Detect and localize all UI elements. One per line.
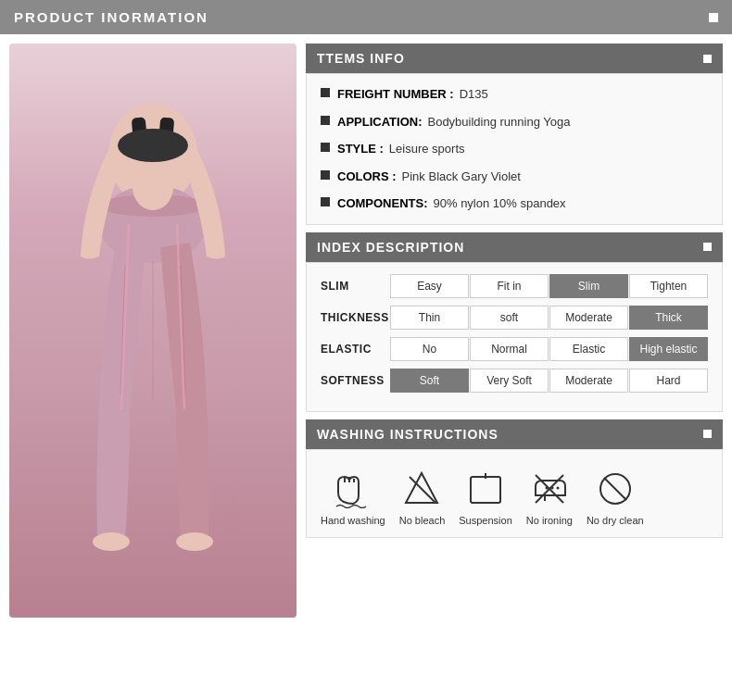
style-label: STYLE : — [337, 140, 384, 158]
noironing-icon — [530, 469, 569, 508]
washing-icons-row: Hand washing No bleach — [321, 469, 708, 526]
suspension-label: Suspension — [459, 515, 512, 526]
info-row-application: APPLICATION: Bodybuilding running Yoga — [321, 113, 708, 131]
thickness-cell-thick: Thick — [629, 306, 708, 330]
washing-item-handwash: Hand washing — [321, 469, 385, 526]
svg-line-25 — [604, 478, 626, 500]
washing-item-suspension: Suspension — [459, 469, 512, 526]
elastic-row: ELASTIC No Normal Elastic High elastic — [321, 337, 708, 361]
washing-item-nodryclean: No dry clean — [587, 469, 644, 526]
slim-cell-tighten: Tighten — [629, 274, 708, 298]
svg-point-11 — [133, 164, 173, 210]
elastic-cell-elastic: Elastic — [549, 337, 628, 361]
nodryclean-icon — [596, 469, 635, 508]
elastic-cell-no: No — [390, 337, 469, 361]
thickness-cells: Thin soft Moderate Thick — [390, 306, 708, 330]
softness-row: SOFTNESS Soft Very Soft Moderate Hard — [321, 369, 708, 393]
slim-cells: Easy Fit in Slim Tighten — [390, 274, 708, 298]
bullet-icon — [321, 116, 330, 125]
nodryclean-icon-wrap — [594, 469, 636, 510]
thickness-label: THICKNESS — [321, 311, 390, 324]
bullet-icon — [321, 197, 330, 206]
components-value: 90% nylon 10% spandex — [434, 194, 566, 213]
noironing-label: No ironing — [526, 515, 573, 526]
washing-header-square — [703, 430, 712, 438]
index-desc-body: SLIM Easy Fit in Slim Tighten THICKNESS … — [306, 262, 723, 412]
left-panel — [9, 44, 297, 618]
info-row-colors: COLORS : Pink Black Gary Violet — [321, 168, 708, 186]
noironing-icon-wrap — [528, 469, 570, 510]
product-image — [9, 44, 297, 618]
index-header-square — [703, 243, 712, 251]
suspension-icon-wrap — [465, 469, 507, 510]
bullet-icon — [321, 88, 330, 97]
thickness-row: THICKNESS Thin soft Moderate Thick — [321, 306, 708, 330]
items-info-header: TTEMS INFO — [306, 44, 723, 73]
softness-cell-hard: Hard — [629, 369, 708, 393]
handwash-icon-wrap — [332, 469, 373, 510]
washing-block: WASHING INSTRUCTIONS — [306, 419, 723, 538]
product-figure-svg — [32, 62, 273, 599]
softness-cell-soft: Soft — [390, 369, 469, 393]
washing-title: WASHING INSTRUCTIONS — [317, 427, 499, 442]
colors-label: COLORS : — [337, 168, 397, 186]
right-panel: TTEMS INFO FREIGHT NUMBER : D135 APPLICA… — [306, 44, 723, 618]
items-info-title: TTEMS INFO — [317, 51, 405, 66]
suspension-icon — [466, 469, 505, 508]
style-value: Leisure sports — [389, 140, 465, 158]
slim-cell-easy: Easy — [390, 274, 469, 298]
elastic-label: ELASTIC — [321, 343, 390, 356]
application-value: Bodybuilding running Yoga — [427, 113, 570, 131]
elastic-cell-normal: Normal — [470, 337, 549, 361]
svg-point-5 — [93, 532, 130, 551]
freight-label: FREIGHT NUMBER : — [337, 85, 454, 104]
softness-cell-verysoft: Very Soft — [470, 369, 549, 393]
thickness-cell-soft: soft — [470, 306, 549, 330]
colors-value: Pink Black Gary Violet — [402, 168, 521, 186]
info-row-components: COMPONENTS: 90% nylon 10% spandex — [321, 194, 708, 213]
items-info-block: TTEMS INFO FREIGHT NUMBER : D135 APPLICA… — [306, 44, 723, 225]
washing-header: WASHING INSTRUCTIONS — [306, 419, 723, 449]
washing-item-nobleach: No bleach — [399, 469, 446, 526]
thickness-cell-moderate: Moderate — [549, 306, 628, 330]
svg-point-6 — [176, 532, 213, 551]
index-desc-title: INDEX DESCRIPTION — [317, 240, 464, 255]
page-title: PRODUCT INORMATION — [14, 9, 208, 25]
index-desc-header: INDEX DESCRIPTION — [306, 232, 723, 262]
slim-cell-slim: Slim — [549, 274, 628, 298]
bullet-icon — [321, 170, 330, 180]
slim-row: SLIM Easy Fit in Slim Tighten — [321, 274, 708, 298]
items-header-square — [703, 55, 712, 63]
elastic-cells: No Normal Elastic High elastic — [390, 337, 708, 361]
index-description-block: INDEX DESCRIPTION SLIM Easy Fit in Slim … — [306, 232, 723, 412]
slim-label: SLIM — [321, 280, 390, 293]
components-label: COMPONENTS: — [337, 194, 428, 213]
handwash-label: Hand washing — [321, 515, 385, 526]
elastic-cell-high: High elastic — [629, 337, 708, 361]
slim-cell-fitin: Fit in — [470, 274, 549, 298]
info-row-style: STYLE : Leisure sports — [321, 140, 708, 158]
softness-label: SOFTNESS — [321, 374, 390, 387]
svg-point-21 — [556, 487, 559, 490]
nobleach-icon — [402, 469, 441, 508]
washing-item-noironing: No ironing — [526, 469, 573, 526]
thickness-cell-thin: Thin — [390, 306, 469, 330]
washing-body: Hand washing No bleach — [306, 449, 723, 538]
items-info-body: FREIGHT NUMBER : D135 APPLICATION: Bodyb… — [306, 73, 723, 225]
svg-point-3 — [118, 129, 188, 162]
nodryclean-label: No dry clean — [587, 515, 644, 526]
freight-value: D135 — [460, 85, 488, 104]
application-label: APPLICATION: — [337, 113, 422, 131]
header-square-icon — [709, 13, 718, 22]
main-content: TTEMS INFO FREIGHT NUMBER : D135 APPLICA… — [0, 34, 732, 627]
nobleach-label: No bleach — [399, 515, 446, 526]
softness-cell-moderate: Moderate — [549, 369, 628, 393]
svg-rect-16 — [471, 477, 500, 503]
nobleach-icon-wrap — [401, 469, 443, 510]
page-header: PRODUCT INORMATION — [0, 0, 732, 34]
info-row-freight: FREIGHT NUMBER : D135 — [321, 85, 708, 104]
bullet-icon — [321, 143, 330, 152]
handwash-icon — [334, 469, 372, 508]
softness-cells: Soft Very Soft Moderate Hard — [390, 369, 708, 393]
